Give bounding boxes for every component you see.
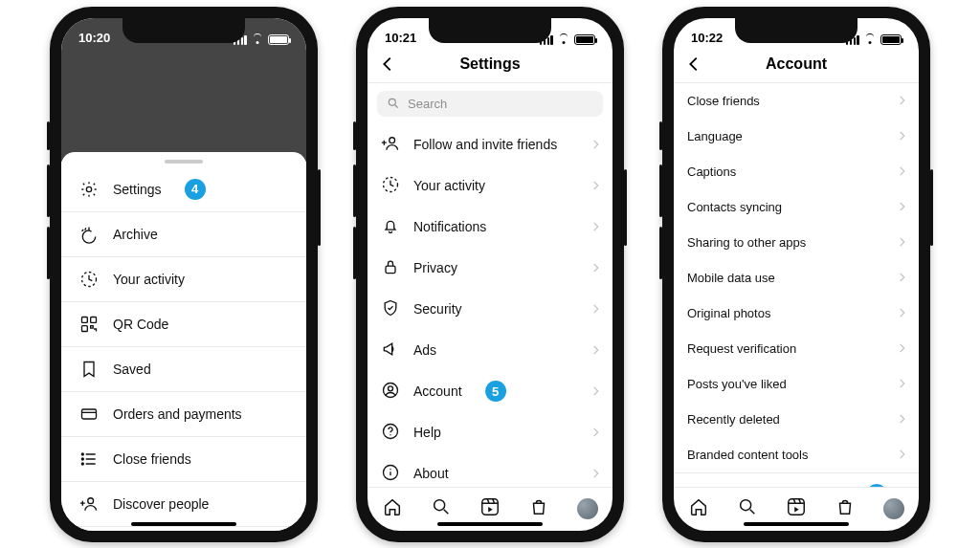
chevron-right-icon — [896, 94, 909, 107]
setting-bell[interactable]: Notifications — [368, 207, 612, 248]
addperson-icon — [381, 134, 400, 156]
account-row[interactable]: Original photos — [674, 296, 919, 331]
menu-archive[interactable]: Archive — [61, 212, 306, 257]
account-label: Language — [687, 129, 743, 143]
menu-bookmark[interactable]: Saved — [61, 347, 306, 392]
menu-label: Settings — [113, 182, 162, 197]
chevron-right-icon — [896, 448, 909, 461]
phone-3: 10:22 Account Close friendsLanguageCapti… — [662, 7, 930, 542]
account-row[interactable]: Branded content tools — [674, 437, 919, 472]
chevron-right-icon — [896, 200, 909, 213]
setting-addperson[interactable]: Follow and invite friends — [368, 124, 612, 165]
menu-gear[interactable]: Settings4 — [61, 167, 306, 212]
chevron-right-icon — [896, 341, 909, 355]
menu-label: Archive — [113, 227, 158, 242]
setting-label: About — [413, 466, 449, 481]
account-label: Contacts syncing — [687, 200, 782, 214]
setting-lock[interactable]: Privacy — [368, 248, 612, 289]
account-label: Sharing to other apps — [687, 235, 806, 250]
account-row[interactable]: Request verification — [674, 331, 919, 366]
setting-label: Privacy — [413, 260, 457, 275]
chevron-right-icon — [896, 129, 909, 142]
status-time: 10:22 — [691, 31, 723, 45]
step-badge: 6 — [866, 484, 887, 487]
menu-addperson[interactable]: Discover people — [61, 482, 306, 527]
account-row[interactable]: Close friends — [674, 83, 919, 119]
setting-label: Account — [413, 384, 462, 399]
chevron-right-icon — [896, 306, 909, 319]
tab-home[interactable] — [688, 496, 709, 521]
chevron-right-icon — [896, 412, 909, 426]
menu-label: Your activity — [113, 272, 185, 287]
setting-info[interactable]: About — [368, 453, 612, 487]
account-row[interactable]: Language — [674, 119, 919, 154]
home-indicator[interactable] — [744, 522, 849, 526]
menu-label: Orders and payments — [113, 406, 242, 422]
phone-1: 10:20 Settings4ArchiveYour activityQR Co… — [50, 7, 318, 542]
tab-shop[interactable] — [528, 496, 549, 521]
account-row[interactable]: Posts you've liked — [674, 366, 919, 402]
help-icon — [381, 422, 400, 444]
menu-label: Close friends — [113, 451, 191, 467]
setting-help[interactable]: Help — [368, 412, 612, 453]
account-row[interactable]: Mobile data use — [674, 260, 919, 296]
activity-icon — [78, 269, 100, 290]
chevron-right-icon — [896, 377, 909, 390]
chevron-right-icon — [896, 164, 909, 178]
account-row[interactable]: Contacts syncing — [674, 189, 919, 225]
menu-covid[interactable]: COVID-19 Information Centre — [61, 527, 306, 531]
setting-account[interactable]: Account5 — [368, 371, 612, 412]
menu-card[interactable]: Orders and payments — [61, 392, 306, 437]
tab-reels[interactable] — [786, 496, 807, 521]
tab-reels[interactable] — [479, 496, 501, 521]
menu-activity[interactable]: Your activity — [61, 257, 306, 302]
chevron-right-icon — [896, 235, 909, 249]
menu-list[interactable]: Close friends — [61, 437, 306, 482]
account-link[interactable]: Switch to Professional account6 — [674, 473, 919, 487]
addperson-icon — [78, 493, 100, 515]
setting-activity[interactable]: Your activity — [368, 165, 612, 207]
chevron-right-icon — [590, 467, 603, 480]
setting-shield[interactable]: Security — [368, 289, 612, 330]
chevron-right-icon — [590, 384, 603, 398]
step-badge: 4 — [185, 179, 206, 200]
home-indicator[interactable] — [131, 522, 236, 526]
account-label: Posts you've liked — [687, 377, 787, 391]
chevron-right-icon — [590, 138, 603, 151]
setting-label: Help — [413, 425, 441, 440]
chevron-right-icon — [590, 426, 603, 439]
back-button[interactable] — [683, 54, 704, 75]
tab-shop[interactable] — [835, 496, 856, 521]
account-label: Captions — [687, 164, 736, 179]
account-label: Request verification — [687, 341, 796, 356]
search-input[interactable]: Search — [377, 91, 603, 117]
account-row[interactable]: Sharing to other apps — [674, 225, 919, 260]
setting-ads[interactable]: Ads — [368, 330, 612, 371]
setting-label: Security — [413, 301, 462, 317]
lock-icon — [381, 257, 400, 279]
chevron-right-icon — [590, 302, 603, 316]
menu-label: Saved — [113, 362, 151, 377]
chevron-right-icon — [590, 261, 603, 274]
account-label: Close friends — [687, 94, 760, 108]
info-icon — [381, 463, 400, 485]
account-label: Original photos — [687, 306, 770, 320]
gear-icon — [78, 179, 100, 200]
bell-icon — [381, 216, 400, 238]
qr-icon — [78, 314, 100, 335]
account-row[interactable]: Captions — [674, 154, 919, 189]
menu-label: QR Code — [113, 317, 168, 332]
tab-search[interactable] — [737, 496, 758, 521]
tab-search[interactable] — [431, 496, 452, 521]
menu-qr[interactable]: QR Code — [61, 302, 306, 347]
home-indicator[interactable] — [437, 522, 543, 526]
sheet-grabber[interactable] — [165, 160, 203, 164]
back-button[interactable] — [377, 54, 398, 75]
tab-profile[interactable] — [883, 498, 904, 519]
tab-home[interactable] — [382, 496, 403, 521]
tab-profile[interactable] — [577, 498, 598, 519]
account-label: Branded content tools — [687, 448, 808, 462]
search-placeholder: Search — [408, 97, 447, 111]
archive-icon — [78, 224, 100, 245]
account-row[interactable]: Recently deleted — [674, 402, 919, 437]
